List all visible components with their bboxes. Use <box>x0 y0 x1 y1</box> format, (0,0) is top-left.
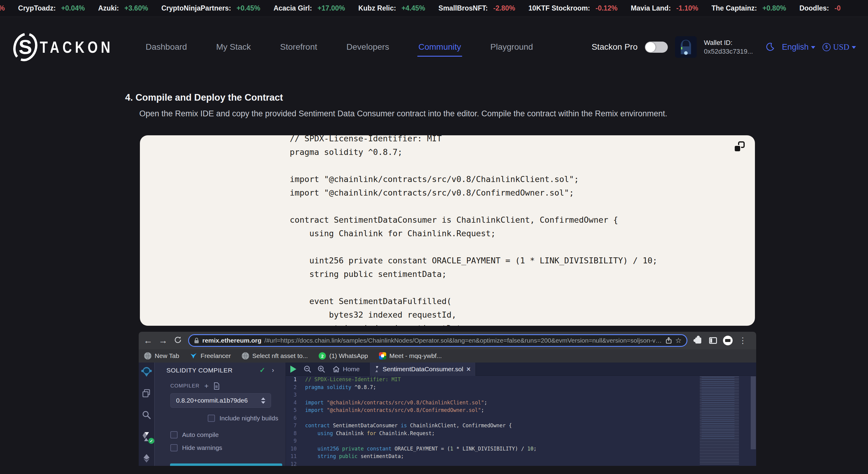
deploy-run-icon[interactable] <box>141 453 152 464</box>
currency-dropdown[interactable]: $ USD <box>823 42 856 52</box>
browser-url-bar[interactable]: remix.ethereum.org /#url=https://docs.ch… <box>188 334 687 347</box>
auto-compile-label: Auto compile <box>182 431 219 438</box>
checkbox <box>170 431 178 438</box>
line-content <box>302 391 305 399</box>
auto-compile-checkbox[interactable]: Auto compile <box>170 431 285 438</box>
line-number: 2 <box>286 384 302 391</box>
run-script-icon[interactable] <box>290 366 297 373</box>
panel-chevron-icon[interactable]: › <box>272 367 274 374</box>
wallet-id-value: 0x52d33c7319... <box>704 47 753 56</box>
bookmark-new-tab[interactable]: New Tab <box>144 352 179 359</box>
tab-home[interactable]: Home <box>333 362 360 376</box>
ticker-value: -0.12% <box>595 4 617 12</box>
hide-warnings-checkbox[interactable]: Hide warnings <box>170 444 285 451</box>
nav-link-community[interactable]: Community <box>418 42 461 52</box>
solidity-compiler-panel: SOLIDITY COMPILER ✓ › COMPILER + 0.8.20+… <box>154 362 286 466</box>
ticker-item-mavia-land: Mavia Land:-1.10% <box>631 4 698 12</box>
browser-profile-avatar[interactable] <box>723 336 733 345</box>
editor-line: 3 <box>286 391 756 399</box>
scrollbar-thumb[interactable] <box>751 376 756 449</box>
tab-file-label: SentimentDataConsumer.sol <box>382 366 463 373</box>
currency-value: USD <box>833 42 849 52</box>
nav-link-developers[interactable]: Developers <box>346 42 389 52</box>
tab-sentimentdataconsumer[interactable]: SentimentDataConsumer.sol × <box>369 362 476 376</box>
ticker-item-item: 21% <box>0 4 5 12</box>
bookmark-label: Select nft asset to... <box>252 352 308 359</box>
step-description: Open the Remix IDE and copy the provided… <box>139 109 868 119</box>
compile-button[interactable] <box>170 464 282 466</box>
line-number: 1 <box>286 376 302 384</box>
line-number: 8 <box>286 430 302 438</box>
editor-code[interactable]: 1// SPDX-License-Identifier: MIT2pragma … <box>286 376 756 466</box>
code-line: event SentimentDataFulfilled( <box>290 294 755 308</box>
line-content <box>302 461 305 466</box>
nav-link-my-stack[interactable]: My Stack <box>216 42 251 52</box>
bookmark-select-nft-asset-to[interactable]: Select nft asset to... <box>242 352 308 359</box>
browser-reload-button[interactable] <box>174 336 182 346</box>
bookmark-star-icon[interactable]: ☆ <box>675 336 682 345</box>
search-icon[interactable] <box>141 410 152 420</box>
compile-check-icon: ✓ <box>259 366 265 374</box>
stackon-logo-mark: S <box>12 32 39 62</box>
include-nightly-checkbox[interactable]: Include nightly builds <box>208 415 285 422</box>
code-line <box>290 199 755 213</box>
line-number: 5 <box>286 407 302 414</box>
crypto-ticker-bar: 21%CrypToadz:+0.04%Azuki:+3.60%CryptoNin… <box>0 0 868 17</box>
close-tab-icon[interactable]: × <box>466 365 470 373</box>
bookmark-label: Meet - mqq-ywbf... <box>390 352 442 359</box>
solidity-compiler-icon[interactable]: ✓ <box>141 431 152 442</box>
avatar-robot-image <box>675 36 697 58</box>
bookmark-freelancer[interactable]: Freelancer <box>190 352 230 359</box>
file-explorer-icon[interactable] <box>141 388 152 399</box>
editor-line: 1// SPDX-License-Identifier: MIT <box>286 376 756 384</box>
stackon-pro-toggle[interactable] <box>645 41 668 53</box>
browser-forward-button[interactable]: → <box>159 336 167 345</box>
line-number: 7 <box>286 422 302 430</box>
browser-back-button[interactable]: ← <box>144 336 153 345</box>
ticker-name: Azuki: <box>98 4 119 12</box>
editor-minimap[interactable] <box>700 376 750 464</box>
code-line: pragma solidity ^0.8.7; <box>290 145 755 159</box>
chevron-down-icon <box>852 46 856 49</box>
url-path: /#url=https://docs.chain.link/samples/Ch… <box>265 337 662 344</box>
compiler-doc-icon[interactable] <box>213 382 219 390</box>
zoom-out-icon[interactable] <box>303 365 312 373</box>
line-number: 10 <box>286 445 302 453</box>
line-content: import "@chainlink/contracts/src/v0.8/Co… <box>302 407 484 414</box>
whatsapp-icon: 2 <box>319 352 326 359</box>
code-line: string public sentimentData; <box>290 267 755 281</box>
remix-logo-icon[interactable] <box>141 366 152 377</box>
copy-code-button[interactable] <box>734 141 745 152</box>
step-title: 4. Compile and Deploy the Contract <box>125 92 868 103</box>
bookmark-1-whatsapp[interactable]: 2(1) WhatsApp <box>319 352 368 359</box>
editor-scrollbar[interactable] <box>751 376 756 466</box>
nav-link-playground[interactable]: Playground <box>490 42 533 52</box>
ticker-name: 10KTF Stockroom: <box>529 4 590 12</box>
language-dropdown[interactable]: English <box>782 42 815 52</box>
wallet-id-label: Wallet ID: <box>704 38 753 47</box>
bookmark-meet-mqq-ywbf[interactable]: Meet - mqq-ywbf... <box>379 352 442 359</box>
line-number: 9 <box>286 437 302 445</box>
ticker-item-acacia-girl: Acacia Girl:+17.00% <box>274 4 345 12</box>
browser-menu-icon[interactable]: ⋮ <box>739 336 747 345</box>
bookmark-label: (1) WhatsApp <box>329 352 368 359</box>
stackon-logo[interactable]: S TACKON <box>12 32 132 62</box>
ticker-value: -2.80% <box>493 4 515 12</box>
nav-link-dashboard[interactable]: Dashboard <box>146 42 187 52</box>
share-icon[interactable] <box>665 337 672 344</box>
ticker-item-smallbrosnft: SmallBrosNFT:-2.80% <box>438 4 515 12</box>
bookmark-label: Freelancer <box>200 352 230 359</box>
zoom-in-icon[interactable] <box>317 365 326 373</box>
panel-title: SOLIDITY COMPILER <box>166 367 232 374</box>
user-avatar[interactable] <box>675 36 697 58</box>
theme-moon-icon[interactable] <box>766 42 775 52</box>
compiler-version-select[interactable]: 0.8.20+commit.a1b79de6 <box>170 393 271 408</box>
nav-link-storefront[interactable]: Storefront <box>280 42 317 52</box>
select-stepper-icon <box>261 398 265 404</box>
extensions-puzzle-icon[interactable] <box>695 338 701 344</box>
ticker-item-10ktf-stockroom: 10KTF Stockroom:-0.12% <box>529 4 617 12</box>
freelancer-bird-icon <box>190 352 197 359</box>
side-panel-icon[interactable] <box>709 337 717 344</box>
globe-icon <box>242 352 249 359</box>
add-compiler-icon[interactable]: + <box>205 382 209 390</box>
